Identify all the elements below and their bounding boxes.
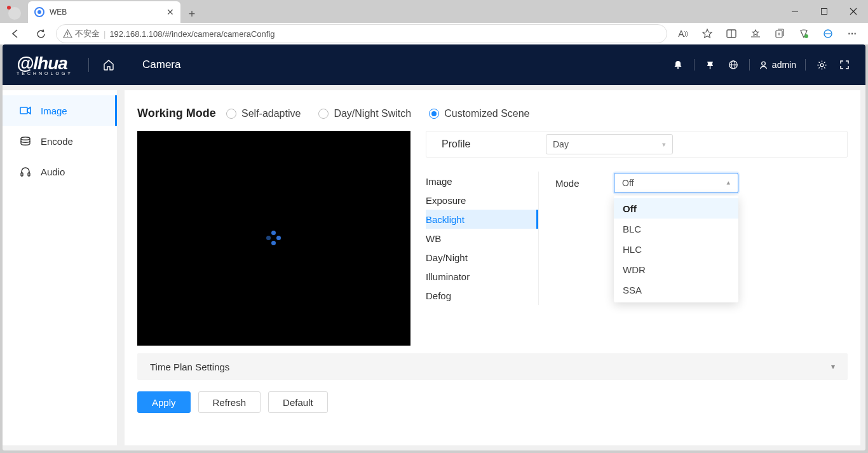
sidebar-item-encode[interactable]: Encode [3, 126, 117, 156]
ie-mode-icon[interactable] [817, 24, 839, 43]
browser-chrome: WEB ✕ + 不安全 | 192. [0, 0, 868, 44]
favorites-bar-icon[interactable] [745, 24, 766, 43]
logo-subtext: TECHNOLOGY [17, 71, 73, 76]
vtab-wb[interactable]: WB [426, 229, 538, 248]
mode-label: Mode [555, 178, 614, 189]
window-maximize-button[interactable] [810, 0, 839, 23]
page-title: Camera [142, 58, 180, 71]
window-minimize-button[interactable] [780, 0, 810, 23]
gear-icon[interactable] [815, 58, 829, 72]
sidebar: Image Encode Audio [3, 90, 117, 445]
user-menu[interactable]: admin [759, 60, 796, 70]
working-mode-radios: Self-adaptive Day/Night Switch Customize… [226, 108, 530, 119]
vtab-label: WB [426, 233, 441, 244]
apply-button[interactable]: Apply [137, 391, 191, 413]
vtab-day-night[interactable]: Day/Night [426, 248, 538, 267]
svg-point-11 [804, 34, 808, 38]
collections-icon[interactable] [769, 24, 790, 43]
user-name: admin [772, 60, 796, 70]
profile-row: Profile Day ▾ [426, 131, 848, 158]
header-separator [694, 59, 695, 71]
time-plan-collapse[interactable]: Time Plan Settings ▾ [137, 353, 848, 380]
radio-label: Self-adaptive [241, 108, 301, 119]
vtab-image[interactable]: Image [426, 172, 538, 191]
header-right: admin [671, 58, 851, 72]
loading-spinner-icon [266, 231, 281, 246]
vtab-label: Illuminator [426, 271, 470, 282]
collapse-label: Time Plan Settings [150, 362, 229, 372]
columns: Profile Day ▾ Image Exposure Backlight [137, 131, 848, 346]
form-area: Mode Off ▾ Off BLC [539, 172, 848, 305]
settings-pane: Profile Day ▾ Image Exposure Backlight [426, 131, 848, 346]
mode-row: Mode Off ▾ Off BLC [555, 173, 848, 193]
radio-label: Day/Night Switch [334, 108, 411, 119]
vertical-tabs: Image Exposure Backlight WB Day/Night Il… [426, 172, 539, 305]
home-icon[interactable] [102, 58, 116, 72]
profile-label: Profile [442, 139, 546, 150]
mode-option-wdr[interactable]: WDR [614, 259, 738, 280]
svg-point-5 [67, 36, 69, 37]
sidebar-item-label: Encode [41, 136, 73, 147]
vtab-illuminator[interactable]: Illuminator [426, 267, 538, 286]
security-text: 不安全 [75, 28, 100, 39]
mode-select[interactable]: Off ▾ [614, 173, 738, 193]
vtab-exposure[interactable]: Exposure [426, 191, 538, 210]
security-indicator[interactable]: 不安全 [63, 28, 100, 39]
default-button[interactable]: Default [268, 391, 328, 413]
vtab-label: Image [426, 176, 452, 187]
profile-select[interactable]: Day ▾ [546, 134, 673, 154]
read-aloud-icon[interactable]: A)) [672, 24, 694, 43]
tab-title: WEB [50, 8, 161, 17]
mode-dropdown: Off ▾ Off BLC HLC WDR SSA [614, 173, 738, 193]
fullscreen-icon[interactable] [837, 58, 851, 72]
mode-option-blc[interactable]: BLC [614, 219, 738, 239]
sidebar-item-audio[interactable]: Audio [3, 156, 117, 187]
globe-icon[interactable] [726, 58, 740, 72]
new-tab-button[interactable]: + [183, 5, 201, 23]
mode-options-list: Off BLC HLC WDR SSA [614, 196, 738, 302]
profile-value: Day [553, 139, 569, 149]
svg-point-18 [762, 62, 766, 65]
tab-favicon [34, 7, 44, 17]
tab-close-icon[interactable]: ✕ [166, 7, 174, 17]
pin-icon[interactable] [703, 58, 717, 72]
refresh-button[interactable]: Refresh [198, 391, 261, 413]
vtab-label: Defog [426, 290, 451, 301]
sidebar-item-image[interactable]: Image [3, 95, 117, 126]
bell-icon[interactable] [671, 58, 685, 72]
browser-tab[interactable]: WEB ✕ [28, 1, 180, 23]
mode-option-ssa[interactable]: SSA [614, 280, 738, 300]
brand-logo: @alhualhua TECHNOLOGY [17, 55, 76, 76]
more-icon[interactable]: ⋯ [841, 24, 863, 43]
action-buttons: Apply Refresh Default [125, 380, 860, 413]
browser-profile-button[interactable] [4, 4, 25, 23]
warning-icon [63, 29, 72, 39]
split-screen-icon[interactable] [721, 24, 742, 43]
radio-day-night-switch[interactable]: Day/Night Switch [318, 108, 411, 119]
url-input[interactable]: 不安全 | 192.168.1.108/#/index/camera/camer… [56, 24, 667, 43]
header-separator [88, 58, 89, 72]
window-close-button[interactable] [839, 0, 868, 23]
option-label: HLC [623, 244, 642, 255]
main-panel: Working Mode Self-adaptive Day/Night Swi… [125, 90, 860, 445]
vtab-backlight[interactable]: Backlight [426, 210, 538, 229]
url-text: 192.168.1.108/#/index/camera/cameraConfi… [109, 29, 275, 39]
favorite-icon[interactable] [696, 24, 718, 43]
mode-option-off[interactable]: Off [614, 198, 738, 219]
window-controls [780, 0, 868, 23]
profile-icon [8, 7, 21, 20]
radio-customized-scene[interactable]: Customized Scene [429, 108, 529, 119]
back-button[interactable] [5, 24, 25, 44]
svg-point-21 [21, 137, 30, 140]
radio-label: Customized Scene [444, 108, 529, 119]
vtab-defog[interactable]: Defog [426, 286, 538, 305]
refresh-button[interactable] [31, 24, 51, 44]
tab-strip: WEB ✕ + [0, 0, 868, 23]
option-label: SSA [623, 285, 642, 295]
mode-value: Off [622, 178, 634, 188]
mode-option-hlc[interactable]: HLC [614, 239, 738, 259]
radio-self-adaptive[interactable]: Self-adaptive [226, 108, 301, 119]
user-icon [759, 60, 768, 70]
video-preview [137, 131, 410, 346]
performance-icon[interactable] [793, 24, 815, 43]
